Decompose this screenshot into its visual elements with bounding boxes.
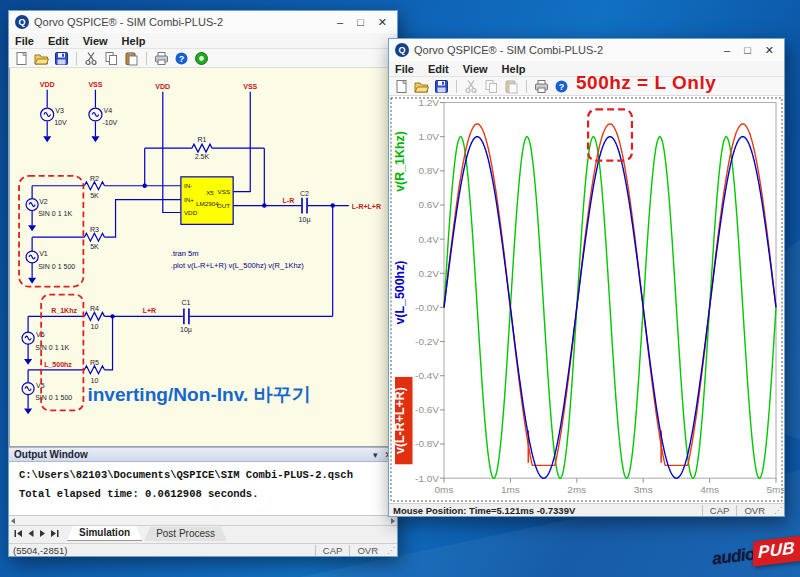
vsource-V4[interactable] — [89, 108, 102, 121]
ref-R3: R3 — [90, 226, 99, 233]
menu-file[interactable]: File — [395, 63, 414, 75]
capacitor-C1[interactable] — [184, 308, 189, 324]
legend-v-R_1Khz[interactable]: v(R_1Khz) — [393, 131, 407, 192]
net-label-vss[interactable]: VSS — [88, 81, 102, 88]
menu-help[interactable]: Help — [122, 35, 146, 47]
close-button[interactable]: ✕ — [378, 17, 387, 28]
vsource-V1[interactable] — [26, 251, 38, 263]
maximize-button[interactable]: □ — [357, 17, 364, 28]
print-icon[interactable] — [533, 78, 550, 94]
plot-frame[interactable] — [444, 103, 776, 479]
directive-tran[interactable]: .tran 5m — [171, 249, 199, 258]
capacitor-C2[interactable] — [302, 198, 307, 214]
menu-file[interactable]: File — [15, 35, 34, 47]
minimize-button[interactable]: – — [724, 45, 730, 56]
new-file-icon[interactable] — [393, 78, 410, 94]
horizontal-scrollbar[interactable] — [9, 516, 397, 526]
legend-v-L_500hz[interactable]: v(L_500hz) — [393, 261, 407, 325]
open-file-icon[interactable] — [33, 50, 50, 66]
tab-simulation[interactable]: Simulation — [67, 526, 142, 541]
directive-plot[interactable]: .plot v(L-R+L+R) v(L_500hz) v(R_1Khz) — [171, 261, 305, 270]
waveform-plot-area[interactable]: 1.2V1.0V0.8V0.6V0.4V0.2V-0.0V-0.2V-0.4V-… — [389, 96, 784, 503]
vsource-V3[interactable] — [41, 108, 54, 121]
schematic-canvas[interactable]: IN- IN+ VDD VSS OUT X5 LM2904 VDD VSS VD… — [9, 68, 397, 447]
qspice-app-icon: Q — [395, 43, 409, 57]
ref-R1: R1 — [197, 136, 206, 143]
val-R3: 5K — [90, 243, 99, 250]
menu-view[interactable]: View — [83, 35, 108, 47]
print-icon[interactable] — [153, 50, 170, 66]
x-tick-label: 2ms — [567, 484, 586, 495]
val-V4: -10V — [102, 119, 117, 126]
close-button[interactable]: ✕ — [765, 45, 774, 56]
resistor-R3[interactable] — [84, 233, 104, 241]
statusbar: Mouse Position: Time=5.121ms -0.7339V CA… — [389, 503, 784, 516]
output-log[interactable]: C:\Users\82103\Documents\QSPICE\SIM Comb… — [9, 462, 397, 516]
pin-label: IN- — [184, 182, 192, 189]
resize-grip[interactable]: ⋰ — [385, 546, 397, 555]
output-window-header[interactable]: Output Window ▾ ✕ — [9, 447, 397, 462]
output-window-title: Output Window — [14, 449, 88, 460]
tab-post-process[interactable]: Post Process — [144, 527, 227, 541]
open-file-icon[interactable] — [413, 78, 430, 94]
resistor-R1[interactable] — [192, 144, 212, 152]
cursor-coordinates: (5504,-2851) — [13, 545, 315, 556]
ref-R5: R5 — [90, 359, 99, 366]
y-tick-label: -1.0V — [415, 473, 439, 484]
vsource-V5[interactable] — [22, 383, 34, 395]
save-icon[interactable] — [53, 50, 70, 66]
net-label-vdd[interactable]: VDD — [155, 83, 170, 90]
save-icon[interactable] — [433, 78, 450, 94]
resistor-R2[interactable] — [84, 182, 104, 190]
val-R1: 2.5K — [195, 153, 210, 160]
paste-icon[interactable] — [123, 50, 140, 66]
tab-scroll-buttons[interactable] — [12, 528, 61, 539]
menu-edit[interactable]: Edit — [48, 35, 69, 47]
net-label-vdd[interactable]: VDD — [40, 81, 55, 88]
scroll-left-icon[interactable] — [11, 518, 15, 524]
new-file-icon[interactable] — [13, 50, 30, 66]
val-R4: 10 — [91, 323, 99, 330]
titlebar[interactable]: Q Qorvo QSPICE® - SIM Combi-PLUS-2 – □ ✕ — [389, 39, 784, 61]
help-icon[interactable]: ? — [173, 50, 190, 66]
net-label-lplusr[interactable]: L+R — [143, 307, 156, 314]
run-simulation-icon[interactable] — [193, 50, 210, 66]
menu-help[interactable]: Help — [502, 63, 526, 75]
statusbar: (5504,-2851) CAP OVR ⋰ — [9, 543, 397, 556]
net-label-l500[interactable]: L_500hz — [44, 361, 72, 368]
resistor-R5[interactable] — [84, 366, 104, 374]
ref-R2: R2 — [90, 175, 99, 182]
vsource-V6[interactable] — [22, 332, 34, 344]
cut-icon[interactable] — [463, 78, 480, 94]
net-label-r1khz[interactable]: R_1Khz — [51, 307, 77, 314]
minimize-button[interactable]: – — [337, 17, 343, 28]
pin-label: OUT — [217, 202, 231, 209]
menu-view[interactable]: View — [463, 63, 488, 75]
cap-indicator: CAP — [315, 545, 350, 556]
paste-icon[interactable] — [503, 78, 520, 94]
net-label-lr[interactable]: L-R — [283, 197, 295, 204]
toolbar: ? — [9, 49, 397, 68]
opamp-X5[interactable]: IN- IN+ VDD VSS OUT X5 LM2904 — [181, 177, 233, 224]
prev-tab-icon — [25, 528, 36, 539]
val-R2: 5K — [90, 192, 99, 199]
copy-icon[interactable] — [103, 50, 120, 66]
x-tick-label: 1ms — [501, 484, 520, 495]
maximize-button[interactable]: □ — [744, 45, 751, 56]
menu-edit[interactable]: Edit — [428, 63, 449, 75]
vsource-V2[interactable] — [26, 199, 38, 211]
val-C1: 10µ — [180, 326, 192, 334]
copy-icon[interactable] — [483, 78, 500, 94]
ovr-indicator: OVR — [736, 505, 772, 516]
net-label-lrlr[interactable]: L-R+L+R — [352, 203, 381, 210]
scroll-right-icon[interactable] — [391, 518, 395, 524]
titlebar[interactable]: Q Qorvo QSPICE® - SIM Combi-PLUS-2 – □ ✕ — [9, 11, 397, 33]
val-V2: SIN 0 1 1K — [38, 210, 72, 217]
net-label-vss[interactable]: VSS — [243, 83, 257, 90]
resistor-R4[interactable] — [84, 312, 104, 320]
dock-menu-icon[interactable]: ▾ — [373, 450, 378, 460]
cut-icon[interactable] — [83, 50, 100, 66]
legend-v-L-R-plus-L-plus-R[interactable]: v(L-R+L+R) — [393, 387, 407, 454]
resize-grip[interactable]: ⋰ — [772, 506, 784, 515]
help-icon[interactable]: ? — [553, 78, 570, 94]
